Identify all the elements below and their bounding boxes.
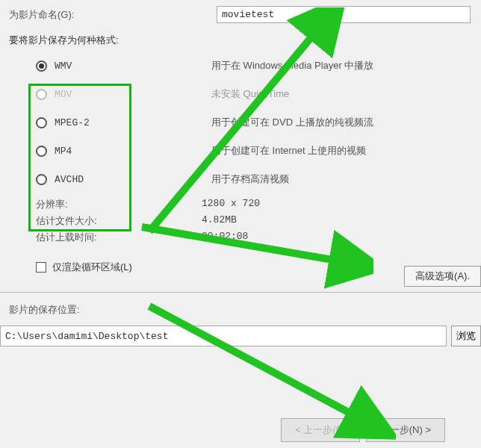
format-code: MOV [55,89,211,100]
format-desc: 用于创建可在 Internet 上使用的视频 [211,144,366,158]
save-path-input[interactable] [0,326,447,346]
advanced-options-button[interactable]: 高级选项(A). [404,266,481,287]
browse-button[interactable]: 浏览 [451,326,481,346]
prev-step-button[interactable]: < 上一步(B) [281,418,360,442]
format-option-mp4[interactable]: MP4 用于创建可在 Internet 上使用的视频 [36,137,481,165]
format-code: MP4 [55,146,211,157]
radio-selected-icon[interactable] [36,60,47,72]
format-desc: 用于创建可在 DVD 上播放的纯视频流 [211,116,373,129]
radio-icon[interactable] [36,117,47,128]
filesize-label: 估计文件大小: [36,214,202,231]
next-step-button[interactable]: 下一步(N) > [366,418,445,442]
filesize-value: 4.82MB [202,214,237,231]
radio-icon[interactable] [36,146,47,157]
checkbox-icon[interactable] [36,262,46,273]
divider [0,292,481,293]
format-option-mov[interactable]: MOV 未安装 QuickTime [36,80,481,108]
format-code: WMV [55,60,211,72]
format-option-mpeg2[interactable]: MPEG-2 用于创建可在 DVD 上播放的纯视频流 [36,108,481,137]
loop-render-label: 仅渲染循环区域(L) [52,261,132,274]
format-option-wmv[interactable]: WMV 用于在 Windows Media Player 中播放 [36,52,481,80]
uploadtime-value: 00:02:08 [202,231,248,247]
format-desc: 未安装 QuickTime [211,87,289,101]
radio-icon[interactable] [36,174,47,185]
resolution-label: 分辨率: [36,198,202,214]
info-block: 分辨率: 1280 x 720 估计文件大小: 4.82MB 估计上载时间: 0… [0,193,481,247]
format-desc: 用于在 Windows Media Player 中播放 [211,59,373,72]
save-location-label: 影片的保存位置: [0,300,481,320]
format-option-avchd[interactable]: AVCHD 用于存档高清视频 [36,165,481,193]
format-code: MPEG-2 [55,117,211,128]
movie-name-input[interactable] [217,6,471,23]
resolution-value: 1280 x 720 [202,198,260,214]
format-code: AVCHD [55,174,211,185]
format-options-group: WMV 用于在 Windows Media Player 中播放 MOV 未安装… [0,52,481,193]
format-desc: 用于存档高清视频 [211,172,289,186]
format-section-label: 要将影片保存为何种格式: [0,23,481,52]
movie-name-label: 为影片命名(G): [0,8,217,22]
radio-icon[interactable] [36,89,47,100]
uploadtime-label: 估计上载时间: [36,231,202,247]
